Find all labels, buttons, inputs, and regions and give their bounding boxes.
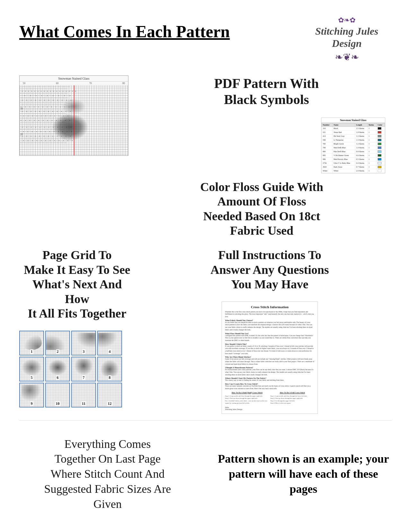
section-everything-together: Everything Comes Together On Last Page W…	[19, 430, 392, 512]
axis-60: 60	[56, 82, 58, 85]
pattern-example-note: Pattern shown is an example; your patter…	[215, 451, 392, 496]
table-row: 414Dk Steel Gray1.2 Skeins1	[322, 134, 385, 138]
table-row: 310Black2.5 Skeins1	[322, 126, 385, 130]
example-text: Pattern shown is an example; your patter…	[215, 451, 392, 496]
table-row: 996Med Electric Blue0.5 Skeins1	[322, 157, 385, 161]
grid-page-9: 9	[19, 383, 44, 407]
full-instructions-label: Full Instructions To Answer Any Question…	[211, 248, 329, 292]
together-line5: Given	[19, 497, 196, 512]
page-title: What Comes In Each Pattern	[19, 22, 230, 41]
table-row: 700Bright Green1.2 Skeins1	[322, 142, 385, 146]
table-row: 3820Dark Straw0.7 Skeins1	[322, 165, 385, 169]
pattern-chart-image: Snowman Stained Glass 50 60 70 80	[19, 75, 128, 156]
pdf-pattern-label: PDF Pattern With Black Symbols	[141, 75, 392, 108]
grid-pages-container: 1 2 3 4	[19, 331, 122, 407]
col-skeins: Skeins	[367, 123, 376, 126]
grid-line2: Make It Easy To See	[19, 263, 135, 277]
table-row: WhiteWhite2.0 Skeins1	[322, 169, 385, 173]
page-grid-area: Page Grid To Make It Easy To See What's …	[19, 248, 135, 407]
axis-80: 80	[122, 82, 125, 85]
section-divider	[19, 420, 392, 421]
info-section-floss: What Floss Should You Use? I designed th…	[225, 333, 314, 342]
instr-line1: Full Instructions To	[211, 248, 329, 263]
together-line1: Everything Comes	[19, 437, 196, 452]
col-number: Number	[322, 123, 333, 126]
together-line4: Suggested Fabric Sizes Are	[19, 482, 196, 497]
grid-line1: Page Grid To	[19, 248, 135, 263]
floss-table: Number Name Length Skeins Color 310Black…	[321, 123, 385, 173]
info-section-blank: Why Are There Blank Stitches? Some of my…	[225, 356, 314, 365]
page-num-9: 9	[30, 401, 33, 406]
info-section-center: Where Should I Start My Pattern On The F…	[225, 377, 314, 382]
stitch-symbols: ×+×□×+×□×+×□×+×□×+×□×+×□×+×□×+×□×+×□×+×□…	[20, 85, 128, 156]
copyright: ©2023 Stitching Jules Design	[19, 531, 392, 532]
section-pdf-pattern: Snowman Stained Glass 50 60 70 80	[19, 75, 392, 173]
page-num-12: 12	[107, 401, 112, 406]
page-num-5: 5	[30, 375, 33, 380]
instr-line3: You May Have	[211, 277, 329, 292]
grid-page-4: 4	[97, 331, 122, 355]
table-row: 598Lt Turquoise1.5 Skeins1	[322, 138, 385, 142]
floss-line4: Fabric Used	[132, 223, 392, 238]
pattern-grid: 10 20 ×+×□×+×□×+×□×+×□×+×□×+×□×+×□×+×□×+…	[20, 85, 128, 156]
color-floss-label: Color Floss Guide With Amount Of Floss N…	[132, 180, 392, 238]
page-num-4: 4	[108, 349, 111, 354]
info-doc-title: Cross Stitch Information	[225, 305, 314, 309]
page-num-3: 3	[82, 349, 85, 354]
together-line3: Where Stitch Count And	[19, 467, 196, 482]
everything-together-label: Everything Comes Together On Last Page W…	[19, 437, 196, 512]
pdf-label-line2: Black Symbols	[141, 92, 392, 108]
page-num-10: 10	[55, 401, 60, 406]
page-grid-label: Page Grid To Make It Easy To See What's …	[19, 248, 135, 321]
info-section-stitch: How Should I Stitch This? If you prefer …	[225, 343, 314, 355]
grid-line3: What's Next And How	[19, 277, 135, 306]
axis-70: 70	[89, 82, 92, 85]
logo-swirl-bottom: ❧❦❧	[335, 51, 359, 63]
page-num-11: 11	[81, 401, 86, 406]
page-num-6: 6	[56, 375, 59, 380]
floss-table-image: Snowman Stained Glass Number Name Length…	[321, 118, 385, 173]
table-row: 895V Dk Hunter Green0.6 Skeins1	[322, 153, 385, 157]
grid-page-12: 12	[97, 383, 122, 407]
grid-page-10: 10	[45, 383, 70, 407]
how-to-half: How To Do A Half (Half) Cross Stitch Ste…	[225, 391, 269, 405]
pdf-pattern-label-area: PDF Pattern With Black Symbols Snowman S…	[141, 75, 392, 173]
col-color: Color	[377, 123, 385, 126]
col-name: Name	[332, 123, 355, 126]
instr-line2: Answer Any Questions	[211, 263, 329, 277]
grid-page-1: 1	[19, 331, 44, 355]
info-intro: Whether this is the first cross stitch p…	[225, 311, 314, 318]
pdf-label-line1: PDF Pattern With	[141, 75, 392, 92]
info-section-learn: How Can I Learn How To Cross Stitch? The…	[225, 383, 314, 390]
header: What Comes In Each Pattern ✿❧✿ Stitching…	[19, 16, 392, 63]
table-row: 799Med Delft Blue1.0 Skeins1	[322, 146, 385, 150]
floss-table-title: Snowman Stained Glass	[321, 118, 385, 123]
color-floss-section: Color Floss Guide With Amount Of Floss N…	[132, 180, 392, 238]
together-line2: Together On Last Page	[19, 451, 196, 467]
how-to-grid: How To Do A Half (Half) Cross Stitch Ste…	[225, 391, 314, 405]
pattern-chart-container: Snowman Stained Glass 50 60 70 80	[19, 75, 128, 156]
table-row: 321Xmas Red1.8 Skeins1	[322, 130, 385, 134]
info-section-fabric: What Fabric Should You Choose? It's my b…	[225, 319, 314, 331]
grid-page-3: 3	[71, 331, 96, 355]
info-section-mono: I Bought A Monochrome Pattern? For monoc…	[225, 367, 314, 376]
grid-page-8: 8	[97, 357, 122, 381]
together-label: Everything Comes Together On Last Page W…	[19, 437, 196, 512]
how-to-full: How To Do A Full Cross Stitch Step 1: Lo…	[270, 391, 314, 405]
page-num-7: 7	[82, 375, 85, 380]
axis-50: 50	[23, 82, 25, 85]
page-num-2: 2	[56, 349, 59, 354]
grid-page-6: 6	[45, 357, 70, 381]
col-length: Length	[355, 123, 367, 126]
logo-area: ✿❧✿ Stitching Jules Design ❧❦❧	[302, 16, 392, 63]
grid-page-5: 5	[19, 357, 44, 381]
pattern-example-label: Pattern shown is an example; your patter…	[215, 451, 392, 496]
logo-swirl-top: ✿❧✿	[338, 16, 355, 24]
table-row: 3756Ultra V Lt Baby Blue0.4 Skeins1	[322, 161, 385, 165]
floss-line1: Color Floss Guide With	[132, 180, 392, 195]
page-num-8: 8	[108, 375, 111, 380]
pattern-chart-title: Snowman Stained Glass	[20, 76, 128, 82]
grid-page-2: 2	[45, 331, 70, 355]
logo-line1: Stitching Jules Design	[302, 25, 392, 50]
table-row: 800Pale Delft Blue0.8 Skeins1	[322, 150, 385, 153]
